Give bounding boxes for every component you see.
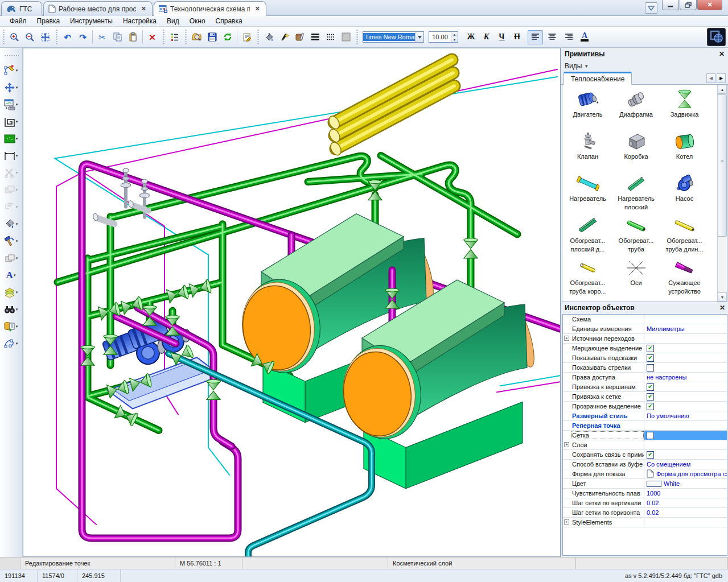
redo-button[interactable]: ↷ [75,30,91,45]
inspector-row[interactable]: Прозрачное выделение✔ [563,402,727,411]
row-value[interactable]: ✔ [644,402,727,411]
menu-правка[interactable]: Правка [32,16,65,26]
align-left-button[interactable] [528,30,543,44]
fill-color-button[interactable] [261,30,277,45]
paste-button[interactable] [125,30,141,45]
inspector-row[interactable]: Привязка к сетке✔ [563,392,727,402]
expander-icon[interactable]: + [564,442,569,447]
area-button[interactable]: ▾ [0,130,22,147]
row-value[interactable]: 0.02 [644,508,727,517]
font-family-select[interactable]: Times New Roman [363,31,424,43]
inspector-row[interactable]: Привязка к вершинам✔ [563,382,727,392]
primitive-heater[interactable]: Нагреватель [564,171,612,213]
row-value[interactable]: не настроены [644,373,727,382]
primitive-pipe-green[interactable]: Обогреват...труба [612,213,660,255]
tab-2[interactable]: Рабочее место для просм✕ [43,1,153,16]
copy-button[interactable] [110,30,125,45]
row-value[interactable] [644,315,727,324]
find-button[interactable]: ▾ [0,301,22,318]
tab-close-icon[interactable]: ✕ [255,5,260,13]
row-value[interactable]: Форма для просмотра схе [644,469,727,478]
primitive-pump[interactable]: Насос [660,171,709,213]
row-value[interactable] [644,334,727,343]
primitive-heater-flat2[interactable]: Обогреват...плоский д... [564,213,612,255]
row-value[interactable]: White [644,479,727,488]
row-value[interactable] [644,421,727,430]
checkbox[interactable]: ✔ [647,403,654,410]
layers-button[interactable]: ▾ [0,284,22,301]
primitive-motor[interactable]: Двигатель [564,87,612,129]
tab-teplosnabzhenie[interactable]: Теплоснабжение [564,72,632,85]
chevron-down-icon[interactable] [415,32,423,42]
row-value[interactable]: ✔ [644,344,727,353]
row-value[interactable] [644,431,727,440]
pan-view-button[interactable]: ▾ [0,79,22,96]
checkbox[interactable] [647,364,654,372]
tools-button[interactable]: ▾ [0,233,22,250]
bold-button[interactable]: Ж [464,30,478,44]
text-tool-button[interactable]: A▾ [0,267,22,284]
row-value[interactable] [644,440,727,449]
checkbox[interactable]: ✔ [647,354,654,362]
zoom-in-button[interactable] [7,30,22,45]
inspector-row[interactable]: Форма для показаФорма для просмотра схе [563,469,727,479]
row-value[interactable]: ✔ [644,392,727,401]
open-button[interactable] [189,30,204,45]
font-color-button[interactable]: A [577,30,592,44]
primitive-pipe-yellow[interactable]: Обогреват...труба длин... [660,213,709,255]
font-size-spin-buttons[interactable]: ▲▼ [451,32,458,42]
primitive-reducer[interactable]: Сужающееустройство [660,255,709,298]
row-value[interactable]: Миллиметры [644,324,727,333]
inspector-row[interactable]: Размерный стильПо умолчанию [563,411,727,421]
restore-button[interactable] [680,0,697,10]
font-size-stepper[interactable]: 10.00 ▲▼ [429,31,458,43]
italic-button[interactable]: К [479,30,493,44]
drawing-canvas[interactable] [23,48,561,557]
undo-button[interactable]: ↶ [60,30,75,45]
tab-3[interactable]: Технологическая схема п✕ [154,1,266,16]
menu-файл[interactable]: Файл [5,16,32,26]
row-value[interactable]: ✔ [644,353,727,362]
pen-button[interactable] [277,30,292,45]
edit-nodes-button[interactable]: ▾ [0,62,22,79]
polyline-button[interactable]: ▾ [0,113,22,130]
tab-scroll-right-icon[interactable]: ▶ [717,73,726,83]
hatch-button[interactable] [292,30,307,45]
inspector-row[interactable]: ЦветWhite [563,479,727,489]
fill-style-button[interactable]: ▾ [0,216,22,233]
inspector-row[interactable]: Чувствительность плав1000 [563,489,727,498]
inspector-row[interactable]: +Слои [563,440,727,450]
checkbox[interactable]: ✔ [647,383,654,391]
row-value[interactable]: По умолчанию [644,411,727,420]
inspector-row[interactable]: Шаг сетки по вертикали0.02 [563,498,727,508]
inspector-row[interactable]: Показывать подсказки✔ [563,353,727,363]
strikethrough-button[interactable]: П [510,30,524,44]
inspector-row[interactable]: Сохранять связь с прими✔ [563,450,727,460]
checkbox[interactable] [647,432,654,439]
inspector-row[interactable]: +StyleElements [563,518,727,527]
underline-button[interactable]: Ч [495,30,509,44]
primitive-gate-valve[interactable]: Задвижка [660,87,709,129]
inspector-row[interactable]: +Источники переходов [563,334,727,344]
row-value[interactable] [644,363,727,372]
views-dropdown[interactable]: Виды ▼ [561,60,728,72]
menu-вид[interactable]: Вид [162,16,184,26]
zoom-out-button[interactable] [22,30,38,45]
box-color-button[interactable] [338,30,353,45]
close-icon[interactable]: ✕ [719,304,725,312]
primitive-heater-flat[interactable]: Нагревательплоский [612,171,660,213]
primitive-boiler[interactable]: Котел [660,129,709,171]
row-value[interactable]: 0.02 [644,498,727,507]
scrollbar-thumb[interactable] [718,94,727,237]
tab-1[interactable]: ГТС [1,1,42,16]
scroll-up-icon[interactable]: ▲ [718,85,727,94]
checkbox[interactable]: ✔ [647,451,654,459]
primitive-axes[interactable]: Оси [612,255,660,298]
refresh-button[interactable] [220,30,235,45]
row-value[interactable]: Со смещением [644,460,727,469]
tab-close-icon[interactable]: ✕ [141,5,146,13]
expander-icon[interactable]: + [564,519,569,525]
dimension-button[interactable]: ▾ [0,147,22,164]
primitive-diaphragm[interactable]: Диафрагма [612,87,660,129]
cut-button[interactable]: ✂ [94,30,110,45]
